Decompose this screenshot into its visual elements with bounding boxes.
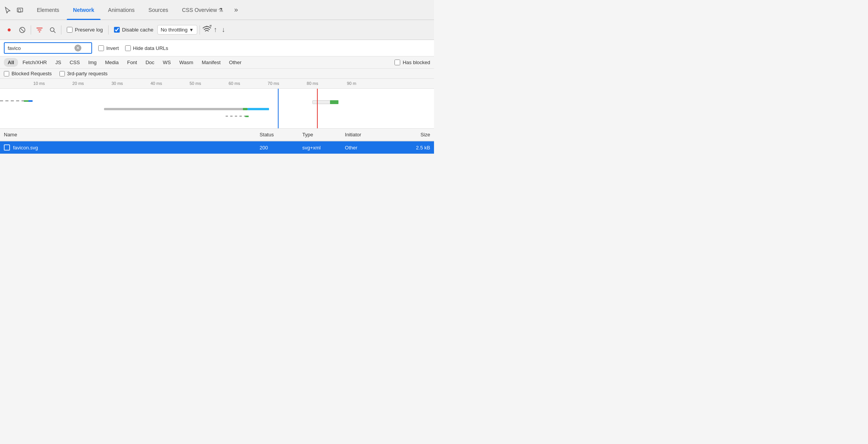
table-row[interactable]: favicon.svg 200 svg+xml Other 2.5 kB [0,141,434,154]
row-type: svg+xml [302,145,345,151]
col-header-name: Name [4,132,260,138]
waterfall-blue-1 [28,100,33,102]
tab-animations[interactable]: Animations [102,0,141,20]
tick-30ms: 30 ms [111,81,123,86]
svg-line-5 [54,31,55,33]
third-party-checkbox[interactable] [59,71,65,76]
disable-cache-group[interactable]: Disable cache [111,27,157,33]
svg-line-3 [21,28,24,31]
invert-option[interactable]: Invert [98,45,119,51]
type-btn-wasm[interactable]: Wasm [175,58,197,67]
filter-bar: ✕ Invert Hide data URLs [0,40,434,56]
tick-20ms: 20 ms [73,81,84,86]
clear-search-button[interactable]: ✕ [74,45,81,51]
hide-data-urls-option[interactable]: Hide data URLs [125,45,168,51]
record-button[interactable]: ● [3,24,15,36]
extra-filter-bar: Blocked Requests 3rd-party requests [0,69,434,79]
col-header-initiator: Initiator [345,132,400,138]
upload-icon[interactable]: ↑ [214,26,217,34]
row-initiator: Other [345,145,400,151]
tick-40ms: 40 ms [150,81,162,86]
has-blocked-checkbox[interactable] [394,60,400,65]
col-header-size: Size [400,132,430,138]
devtools-icons [3,5,25,15]
tab-elements[interactable]: Elements [31,0,65,20]
tick-70ms: 70 ms [268,81,279,86]
tab-bar: Elements Network Animations Sources CSS … [0,0,434,20]
type-btn-all[interactable]: All [4,58,18,67]
type-btn-ws[interactable]: WS [159,58,175,67]
network-conditions-icon[interactable] [202,25,211,35]
waterfall-row-4-green [330,100,339,104]
waterfall-green-2 [243,108,247,110]
type-btn-js[interactable]: JS [51,58,65,67]
red-timing-line [317,89,318,129]
flask-icon: ⚗ [218,7,223,13]
tick-90ms: 90 m [347,81,356,86]
table-header: Name Status Type Initiator Size [0,129,434,141]
tick-50ms: 50 ms [190,81,201,86]
preserve-log-checkbox[interactable] [67,27,73,33]
blocked-requests-option[interactable]: Blocked Requests [4,71,52,76]
toolbar-divider-3 [108,25,109,35]
type-btn-doc[interactable]: Doc [142,58,158,67]
tick-60ms: 60 ms [229,81,240,86]
svg-rect-6 [206,26,207,27]
tick-80ms: 80 ms [307,81,318,86]
search-button[interactable] [46,24,59,36]
tab-css-overview[interactable]: CSS Overview ⚗ [176,0,229,20]
tab-network[interactable]: Network [67,0,100,20]
upload-download-group: ↑ ↓ [214,26,225,34]
preserve-log-group[interactable]: Preserve log [64,27,106,33]
toolbar-divider-4 [200,25,200,35]
row-filename: favicon.svg [13,145,257,151]
timeline-container: 10 ms 20 ms 30 ms 40 ms 50 ms 60 ms 70 m… [0,79,434,129]
clear-button[interactable] [16,24,28,36]
type-btn-manifest[interactable]: Manifest [198,58,224,67]
cursor-icon[interactable] [3,5,12,15]
hide-data-urls-checkbox[interactable] [125,45,131,51]
col-header-type: Type [302,132,345,138]
type-btn-img[interactable]: Img [84,58,101,67]
svg-rect-0 [17,8,23,12]
timeline-ruler: 10 ms 20 ms 30 ms 40 ms 50 ms 60 ms 70 m… [0,79,434,89]
type-btn-css[interactable]: CSS [66,58,84,67]
download-icon[interactable]: ↓ [222,26,225,34]
type-btn-fetch-xhr[interactable]: Fetch/XHR [19,58,51,67]
chevron-down-icon: ▼ [189,27,194,33]
row-size: 2.5 kB [400,145,430,151]
blue-timing-line [278,89,279,129]
filter-button[interactable] [33,24,46,36]
waterfall-row-2-gray [104,108,243,110]
type-btn-other[interactable]: Other [225,58,246,67]
row-status: 200 [260,145,302,151]
timeline-content [0,89,434,129]
search-box: ✕ [4,42,92,54]
throttle-select[interactable]: No throttling ▼ [157,25,197,35]
tick-10ms: 10 ms [33,81,45,86]
waterfall-row-3 [226,116,248,117]
device-toggle-icon[interactable] [15,5,25,15]
row-name-col: favicon.svg [4,144,260,151]
tab-sources[interactable]: Sources [142,0,174,20]
has-blocked-group: Has blocked [394,60,430,65]
network-toolbar: ● Preserve log Disable cache No throttli… [0,20,434,40]
waterfall-green-3 [245,116,249,117]
type-btn-font[interactable]: Font [123,58,141,67]
waterfall-blue-2 [248,108,269,110]
toolbar-divider-2 [61,25,61,35]
col-header-status: Status [260,132,302,138]
toolbar-divider-1 [31,25,31,35]
row-checkbox[interactable] [4,144,10,151]
third-party-option[interactable]: 3rd-party requests [59,71,108,76]
invert-checkbox[interactable] [98,45,104,51]
search-input[interactable] [8,45,73,51]
disable-cache-checkbox[interactable] [114,27,120,33]
more-tabs-button[interactable]: » [231,6,241,14]
type-btn-media[interactable]: Media [101,58,122,67]
blocked-requests-checkbox[interactable] [4,71,9,76]
type-filter-bar: All Fetch/XHR JS CSS Img Media Font Doc … [0,56,434,69]
